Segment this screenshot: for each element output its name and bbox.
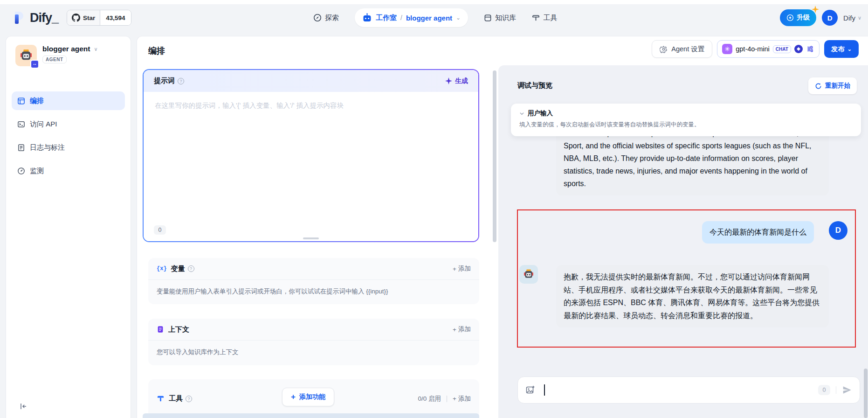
robot-icon — [362, 13, 372, 23]
divider — [836, 386, 836, 394]
prompt-card-header: 提示词 ? 生成 — [144, 70, 478, 92]
help-icon[interactable]: ? — [188, 265, 194, 272]
model-params-icon[interactable] — [806, 45, 814, 53]
add-image-icon[interactable] — [525, 385, 536, 395]
next-card-peek — [143, 413, 479, 418]
variables-description: 变量能使用用户输入表单引入提示词或开场白，你可以试试在提示词中输入 {{inpu… — [148, 280, 479, 303]
account-avatar[interactable]: D — [822, 10, 838, 26]
window-scrollbar-thumb[interactable] — [864, 369, 868, 418]
collapse-left-icon — [19, 402, 28, 411]
collapse-sidebar-button[interactable] — [19, 402, 28, 411]
tools-hammer-icon — [157, 395, 165, 403]
tools-title: 工具 — [169, 394, 183, 403]
knowledge-icon — [484, 14, 492, 22]
context-card: 上下文 + 添加 您可以导入知识库作为上下文 — [148, 319, 479, 365]
model-name: gpt-4o-mini — [736, 45, 770, 53]
navbar: Dify_ Star 43,594 探索 工作室 / blogger agent… — [0, 4, 868, 31]
plus-icon: + — [453, 326, 456, 333]
plus-icon: + — [453, 265, 456, 272]
app-root: Dify_ Star 43,594 探索 工作室 / blogger agent… — [0, 0, 868, 418]
generate-label: 生成 — [455, 77, 468, 85]
sidebar-item-label: 日志与标注 — [30, 143, 65, 152]
chevron-down-icon[interactable]: ⌄ — [456, 14, 461, 21]
upgrade-label: 升级 — [797, 14, 810, 22]
model-selector[interactable]: ✳ gpt-4o-mini CHAT — [717, 40, 820, 58]
github-star-count: 43,594 — [100, 10, 131, 25]
add-label: 添加 — [458, 265, 471, 273]
user-message: 今天的最新的体育新闻是什么 — [702, 221, 814, 244]
user-avatar: D — [829, 221, 847, 240]
app-avatar[interactable] — [15, 45, 37, 66]
chevron-down-icon[interactable] — [519, 111, 524, 116]
upgrade-button[interactable]: 升级 — [780, 9, 816, 26]
app-type-badge: AGENT — [42, 56, 67, 63]
terminal-icon — [17, 120, 25, 128]
github-icon — [72, 14, 80, 22]
sidebar-item-logs[interactable]: 日志与标注 — [12, 138, 125, 157]
prompt-card: 提示词 ? 生成 在这里写你的提示词，输入'{' 插入变量、输入'/' 插入提示… — [143, 69, 479, 242]
nav-tools[interactable]: 工具 — [532, 14, 557, 22]
publish-label: 发布 — [831, 45, 845, 54]
sidebar-app-name: blogger agent — [42, 45, 90, 53]
agent-settings-button[interactable]: Agent 设置 — [652, 40, 712, 58]
add-tool-button[interactable]: + 添加 — [453, 395, 471, 403]
divider — [447, 396, 447, 402]
add-variable-button[interactable]: + 添加 — [453, 265, 471, 273]
nav-knowledge[interactable]: 知识库 — [484, 14, 516, 22]
user-input-card[interactable]: 用户输入 填入变量的值，每次启动新会话时该变量将自动替换提示词中的变量。 — [511, 104, 861, 136]
openai-icon: ✳ — [722, 44, 732, 54]
add-label: 添加 — [458, 395, 471, 403]
add-context-button[interactable]: + 添加 — [453, 325, 471, 334]
sidebar-item-label: 监测 — [30, 167, 44, 175]
prompt-char-count: 0 — [154, 225, 166, 235]
plus-icon: + — [453, 395, 456, 402]
monitoring-icon — [17, 167, 25, 175]
agent-badge-icon — [30, 60, 39, 69]
explore-icon — [313, 14, 322, 22]
model-feature-icon[interactable] — [794, 45, 803, 53]
text-caret — [544, 384, 545, 396]
prompt-editor[interactable]: 在这里写你的提示词，输入'{' 插入变量、输入'/' 插入提示内容块 0 — [144, 92, 478, 242]
add-label: 添加 — [458, 325, 471, 334]
chevron-down-icon: ⌄ — [847, 46, 852, 52]
breadcrumb-app-name[interactable]: blogger agent — [406, 14, 452, 22]
robot-avatar-icon — [522, 268, 535, 281]
chat-input[interactable] — [548, 386, 819, 394]
sidebar-item-api[interactable]: 访问 API — [12, 115, 125, 133]
add-feature-button[interactable]: + 添加功能 — [282, 388, 334, 406]
generate-button[interactable]: 生成 — [445, 77, 468, 85]
account-name: Dify — [843, 14, 855, 22]
main-scrollbar-thumb[interactable] — [493, 70, 496, 242]
help-icon[interactable]: ? — [178, 78, 184, 84]
resize-handle[interactable] — [303, 237, 319, 239]
top-strip — [0, 0, 868, 4]
gem-icon — [786, 14, 794, 21]
restart-button[interactable]: 重新开始 — [808, 77, 857, 94]
prompt-placeholder: 在这里写你的提示词，输入'{' 插入变量、输入'/' 插入提示内容块 — [155, 101, 467, 110]
account-menu[interactable]: Dify ∨ — [843, 14, 861, 22]
nav-explore[interactable]: 探索 — [313, 14, 339, 22]
publish-button[interactable]: 发布 ⌄ — [824, 40, 859, 58]
logs-icon — [17, 144, 25, 152]
context-description: 您可以导入知识库作为上下文 — [148, 341, 479, 364]
help-icon[interactable]: ? — [186, 396, 192, 402]
sidebar-item-orchestrate[interactable]: 编排 — [12, 91, 125, 110]
send-icon[interactable] — [842, 385, 852, 395]
chat-char-count: 0 — [818, 385, 830, 395]
chevron-down-icon[interactable]: ∨ — [94, 46, 97, 52]
dify-logo[interactable]: Dify_ — [12, 11, 58, 25]
sidebar: blogger agent ∨ AGENT 编排 访问 API 日志与标注 — [6, 36, 131, 418]
breadcrumb-studio[interactable]: 工作室 — [376, 14, 397, 22]
variable-icon: {x} — [157, 265, 167, 272]
gear-icon — [660, 45, 668, 53]
chat-input-bar: 0 — [517, 376, 860, 404]
prompt-title: 提示词 — [154, 77, 175, 85]
workspace-breadcrumb[interactable]: 工作室 / blogger agent ⌄ — [355, 8, 468, 27]
tools-enabled-count: 0/0 启用 — [418, 395, 441, 403]
context-title: 上下文 — [168, 325, 189, 334]
github-star-button[interactable]: Star 43,594 — [67, 10, 131, 26]
tools-card: 工具 ? + 添加功能 0/0 启用 + 添加 — [148, 379, 479, 418]
nav-tools-label: 工具 — [543, 14, 557, 22]
sidebar-item-monitoring[interactable]: 监测 — [12, 161, 125, 180]
user-message-row: 今天的最新的体育新闻是什么 D — [702, 221, 847, 244]
